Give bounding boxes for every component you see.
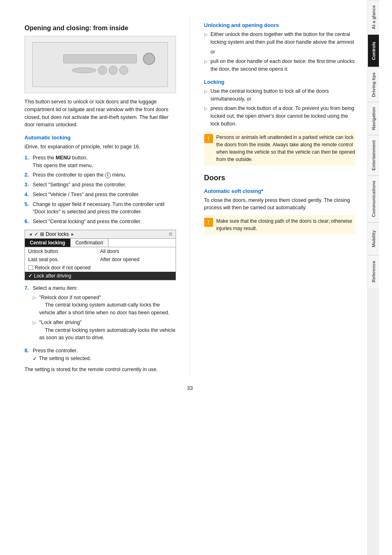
- tab-central-locking[interactable]: Central locking: [25, 239, 71, 247]
- arrow-icon-1: ▷: [33, 294, 37, 317]
- menu-key-seat: Last seat pos.: [28, 257, 100, 262]
- step7-list: 7. Select a menu item: ▷ "Relock door if…: [24, 284, 176, 363]
- menu-val-unlock: All doors: [100, 248, 172, 254]
- menu-icon-symbol: ⊞: [40, 231, 44, 237]
- steps-list: 1. Press the MENU button.This opens the …: [24, 154, 176, 226]
- menu-val-seat: After door opened: [100, 257, 172, 262]
- sidebar-tab-mobility[interactable]: Mobility: [368, 222, 379, 255]
- menu-key-unlock: Unlock button: [28, 248, 100, 254]
- bullet-lock-2: ▷ press down the lock button of a door. …: [204, 105, 356, 128]
- step-6: 6. Select "Central locking" and press th…: [24, 218, 176, 226]
- stored-text: The setting is stored for the remote con…: [24, 366, 176, 374]
- arrow-icon-5: ▷: [204, 88, 208, 103]
- menu-row-unlock: Unlock button All doors: [25, 247, 176, 255]
- menu-checkmark-icon: ✓: [34, 231, 38, 237]
- car-image: [24, 36, 176, 93]
- locking-title: Locking: [204, 79, 356, 85]
- page-number: 33: [24, 385, 355, 391]
- auto-locking-intro: iDrive, for explanation of principle, re…: [24, 143, 176, 151]
- menu-row-lock-driving: ✓ Lock after driving: [25, 272, 176, 280]
- intro-text: This button serves to unlock or lock doo…: [24, 98, 176, 129]
- step-3: 3. Select "Settings" and press the contr…: [24, 181, 176, 189]
- sidebar-tab-communications[interactable]: Communications: [368, 175, 379, 222]
- locking-list: ▷ Use the central locking button to lock…: [204, 87, 356, 128]
- auto-soft-text: To close the doors, merely press them cl…: [204, 197, 356, 212]
- right-column: Unlocking and opening doors ▷ Either unl…: [204, 16, 356, 377]
- sidebar: At a glance Controls Driving tips Naviga…: [368, 0, 379, 555]
- step-7: 7. Select a menu item: ▷ "Relock door if…: [24, 284, 176, 345]
- arrow-icon-4: ▷: [204, 58, 208, 73]
- bullet-lock-driving: ▷ "Lock after driving" The central locki…: [33, 319, 176, 342]
- auto-soft-title: Automatic soft closing*: [204, 188, 356, 194]
- warning-box-1: ! Persons or animals left unattended in …: [204, 131, 356, 166]
- warning-icon-1: !: [204, 134, 213, 143]
- menu-tabs: Central locking Confirmation: [25, 239, 176, 247]
- sidebar-tab-at-a-glance[interactable]: At a glance: [368, 0, 379, 34]
- arrow-icon-3: ▷: [204, 31, 208, 46]
- arrow-icon-2: ▷: [33, 319, 37, 342]
- warning-text-1: Persons or animals left unattended in a …: [216, 134, 356, 163]
- auto-locking-title: Automatic locking: [24, 134, 176, 141]
- menu-row-seat: Last seat pos. After door opened: [25, 255, 176, 264]
- right-arrow-icon: ►: [71, 232, 75, 237]
- step-1: 1. Press the MENU button.This opens the …: [24, 154, 176, 170]
- unlocking-list: ▷ Either unlock the doors together with …: [204, 31, 356, 73]
- unlocking-title: Unlocking and opening doors: [204, 22, 356, 28]
- menu-label-relock: Relock door if not opened: [35, 265, 91, 271]
- check-icon-driving: ✓: [28, 273, 32, 279]
- sidebar-tab-reference[interactable]: Reference: [368, 255, 379, 288]
- warning-box-2: ! Make sure that the closing path of the…: [204, 215, 356, 235]
- sidebar-tab-entertainment[interactable]: Entertainment: [368, 135, 379, 175]
- main-content: Opening and closing: from inside: [0, 0, 368, 555]
- doors-heading: Doors: [204, 174, 356, 182]
- step-8: 8. Press the controller. ✓ The setting i…: [24, 347, 176, 363]
- step-4: 4. Select "Vehicle / Tires" and press th…: [24, 191, 176, 199]
- section-title: Opening and closing: from inside: [24, 25, 176, 32]
- bullet-lock-1: ▷ Use the central locking button to lock…: [204, 87, 356, 103]
- arrow-icon-6: ▷: [204, 105, 208, 128]
- bullet-unlock-2: ▷ pull on the door handle of each door t…: [204, 58, 356, 73]
- info-icon: i: [105, 172, 111, 178]
- step-5: 5. Change to upper field if necessary. T…: [24, 201, 176, 216]
- left-column: Opening and closing: from inside: [24, 16, 176, 377]
- tab-confirmation[interactable]: Confirmation: [71, 239, 109, 247]
- step-2: 2. Press the controller to open the i me…: [24, 171, 176, 179]
- step7-bullets: ▷ "Relock door if not opened" The centra…: [33, 294, 176, 342]
- bullet-or: ▷ or: [204, 48, 356, 56]
- bullet-unlock-1: ▷ Either unlock the doors together with …: [204, 31, 356, 46]
- menu-row-relock: Relock door if not opened: [25, 264, 176, 272]
- menu-label-lock-driving: Lock after driving: [34, 273, 71, 279]
- sidebar-tab-navigation[interactable]: Navigation: [368, 102, 379, 135]
- sidebar-tab-controls[interactable]: Controls: [368, 34, 379, 67]
- column-divider: [190, 16, 190, 377]
- checkbox-relock: [28, 265, 33, 270]
- warning-text-2: Make sure that the closing path of the d…: [216, 217, 356, 232]
- menu-number-icon: ⊙: [169, 231, 172, 237]
- left-arrow-icon: ◄: [28, 232, 33, 237]
- bullet-relock: ▷ "Relock door if not opened" The centra…: [33, 294, 176, 317]
- checkmark-symbol: ✓: [33, 355, 37, 363]
- door-locks-menu: ◄ ✓ ⊞ Door locks ► ⊙ Central locking Con…: [24, 230, 176, 280]
- sidebar-tab-driving-tips[interactable]: Driving tips: [368, 67, 379, 102]
- menu-title-bar: ◄ ✓ ⊞ Door locks ► ⊙: [25, 230, 176, 239]
- warning-icon-2: !: [204, 218, 213, 227]
- menu-title: Door locks: [46, 231, 69, 237]
